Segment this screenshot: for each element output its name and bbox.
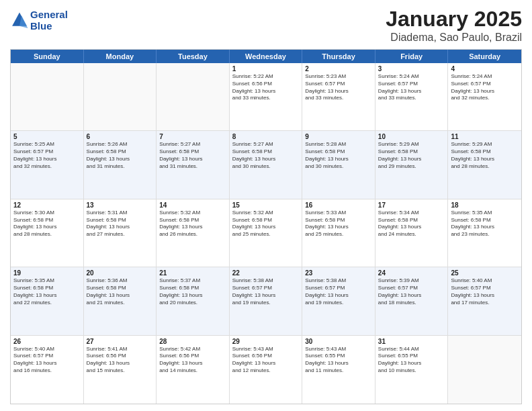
day-cell-empty [448,336,521,404]
day-cell-2: 2Sunrise: 5:23 AM Sunset: 6:57 PM Daylig… [302,63,375,130]
day-info: Sunrise: 5:42 AM Sunset: 6:56 PM Dayligh… [159,346,226,375]
day-cell-18: 18Sunrise: 5:35 AM Sunset: 6:58 PM Dayli… [448,199,521,267]
day-info: Sunrise: 5:40 AM Sunset: 6:57 PM Dayligh… [13,346,81,375]
day-number: 9 [305,133,372,140]
day-number: 18 [451,201,519,209]
day-number: 28 [159,338,226,345]
calendar-row: 5Sunrise: 5:25 AM Sunset: 6:57 PM Daylig… [11,131,521,199]
title-block: January 2025 Diadema, Sao Paulo, Brazil [386,7,522,44]
day-cell-3: 3Sunrise: 5:24 AM Sunset: 6:57 PM Daylig… [375,63,449,130]
day-number: 27 [87,338,154,345]
day-number: 26 [13,338,81,345]
day-cell-15: 15Sunrise: 5:32 AM Sunset: 6:58 PM Dayli… [230,199,303,267]
logo-icon [10,11,29,30]
weekday-header-monday: Monday [84,50,157,63]
day-cell-21: 21Sunrise: 5:37 AM Sunset: 6:58 PM Dayli… [157,267,230,334]
calendar-body: 1Sunrise: 5:22 AM Sunset: 6:56 PM Daylig… [11,63,521,404]
day-cell-31: 31Sunrise: 5:44 AM Sunset: 6:55 PM Dayli… [375,336,449,404]
day-number: 14 [159,201,226,209]
day-number: 6 [87,133,154,140]
day-number: 1 [232,65,300,73]
day-info: Sunrise: 5:32 AM Sunset: 6:58 PM Dayligh… [232,210,300,238]
day-info: Sunrise: 5:24 AM Sunset: 6:57 PM Dayligh… [378,73,445,102]
day-info: Sunrise: 5:38 AM Sunset: 6:57 PM Dayligh… [305,277,372,306]
day-number: 10 [378,133,445,140]
day-cell-7: 7Sunrise: 5:27 AM Sunset: 6:58 PM Daylig… [157,131,230,198]
day-number: 22 [232,269,300,277]
day-info: Sunrise: 5:40 AM Sunset: 6:57 PM Dayligh… [451,277,519,306]
day-number: 15 [232,201,300,209]
day-cell-23: 23Sunrise: 5:38 AM Sunset: 6:57 PM Dayli… [302,267,375,334]
day-cell-1: 1Sunrise: 5:22 AM Sunset: 6:56 PM Daylig… [230,63,303,130]
day-info: Sunrise: 5:34 AM Sunset: 6:58 PM Dayligh… [378,210,445,238]
weekday-header-saturday: Saturday [448,50,521,63]
day-cell-29: 29Sunrise: 5:43 AM Sunset: 6:56 PM Dayli… [230,336,303,404]
day-cell-27: 27Sunrise: 5:41 AM Sunset: 6:56 PM Dayli… [84,336,157,404]
header: General Blue January 2025 Diadema, Sao P… [10,7,522,44]
day-cell-20: 20Sunrise: 5:36 AM Sunset: 6:58 PM Dayli… [84,267,157,334]
day-cell-28: 28Sunrise: 5:42 AM Sunset: 6:56 PM Dayli… [157,336,230,404]
day-cell-10: 10Sunrise: 5:29 AM Sunset: 6:58 PM Dayli… [375,131,449,198]
calendar-row: 19Sunrise: 5:35 AM Sunset: 6:58 PM Dayli… [11,267,521,335]
day-cell-30: 30Sunrise: 5:43 AM Sunset: 6:55 PM Dayli… [302,336,375,404]
day-info: Sunrise: 5:31 AM Sunset: 6:58 PM Dayligh… [87,210,154,238]
day-number: 31 [378,338,445,345]
day-number: 12 [13,201,81,209]
day-cell-24: 24Sunrise: 5:39 AM Sunset: 6:57 PM Dayli… [375,267,449,334]
page: General Blue January 2025 Diadema, Sao P… [0,0,532,411]
day-info: Sunrise: 5:27 AM Sunset: 6:58 PM Dayligh… [159,141,226,170]
day-info: Sunrise: 5:35 AM Sunset: 6:58 PM Dayligh… [451,210,519,238]
day-info: Sunrise: 5:37 AM Sunset: 6:58 PM Dayligh… [159,277,226,306]
day-cell-5: 5Sunrise: 5:25 AM Sunset: 6:57 PM Daylig… [11,131,84,198]
calendar-row: 26Sunrise: 5:40 AM Sunset: 6:57 PM Dayli… [11,336,521,404]
day-info: Sunrise: 5:43 AM Sunset: 6:56 PM Dayligh… [232,346,300,375]
day-info: Sunrise: 5:22 AM Sunset: 6:56 PM Dayligh… [232,73,300,102]
day-info: Sunrise: 5:39 AM Sunset: 6:57 PM Dayligh… [378,277,445,306]
day-number: 25 [451,269,519,277]
day-number: 19 [13,269,81,277]
logo-text: General Blue [30,9,68,32]
day-number: 11 [451,133,519,140]
day-number: 23 [305,269,372,277]
logo: General Blue [10,9,68,32]
day-cell-empty [157,63,230,130]
day-number: 2 [305,65,372,73]
day-cell-11: 11Sunrise: 5:29 AM Sunset: 6:58 PM Dayli… [448,131,521,198]
day-number: 29 [232,338,300,345]
day-info: Sunrise: 5:29 AM Sunset: 6:58 PM Dayligh… [378,141,445,170]
day-number: 3 [378,65,445,73]
day-cell-empty [84,63,157,130]
day-number: 5 [13,133,81,140]
day-cell-14: 14Sunrise: 5:32 AM Sunset: 6:58 PM Dayli… [157,199,230,267]
day-number: 8 [232,133,300,140]
weekday-header-tuesday: Tuesday [157,50,230,63]
day-cell-17: 17Sunrise: 5:34 AM Sunset: 6:58 PM Dayli… [375,199,449,267]
day-info: Sunrise: 5:30 AM Sunset: 6:58 PM Dayligh… [13,210,81,238]
day-number: 17 [378,201,445,209]
subtitle: Diadema, Sao Paulo, Brazil [386,32,522,44]
day-cell-19: 19Sunrise: 5:35 AM Sunset: 6:58 PM Dayli… [11,267,84,334]
day-cell-16: 16Sunrise: 5:33 AM Sunset: 6:58 PM Dayli… [302,199,375,267]
day-info: Sunrise: 5:32 AM Sunset: 6:58 PM Dayligh… [159,210,226,238]
day-cell-4: 4Sunrise: 5:24 AM Sunset: 6:57 PM Daylig… [448,63,521,130]
day-number: 24 [378,269,445,277]
day-info: Sunrise: 5:24 AM Sunset: 6:57 PM Dayligh… [451,73,519,102]
day-info: Sunrise: 5:36 AM Sunset: 6:58 PM Dayligh… [87,277,154,306]
day-number: 21 [159,269,226,277]
weekday-header-wednesday: Wednesday [230,50,303,63]
day-cell-22: 22Sunrise: 5:38 AM Sunset: 6:57 PM Dayli… [230,267,303,334]
day-info: Sunrise: 5:44 AM Sunset: 6:55 PM Dayligh… [378,346,445,375]
day-cell-6: 6Sunrise: 5:26 AM Sunset: 6:58 PM Daylig… [84,131,157,198]
day-info: Sunrise: 5:29 AM Sunset: 6:58 PM Dayligh… [451,141,519,170]
day-info: Sunrise: 5:28 AM Sunset: 6:58 PM Dayligh… [305,141,372,170]
day-info: Sunrise: 5:33 AM Sunset: 6:58 PM Dayligh… [305,210,372,238]
day-number: 20 [87,269,154,277]
calendar-row: 12Sunrise: 5:30 AM Sunset: 6:58 PM Dayli… [11,199,521,267]
day-number: 30 [305,338,372,345]
day-number: 4 [451,65,519,73]
day-cell-9: 9Sunrise: 5:28 AM Sunset: 6:58 PM Daylig… [302,131,375,198]
day-cell-empty [11,63,84,130]
main-title: January 2025 [386,7,522,32]
day-info: Sunrise: 5:23 AM Sunset: 6:57 PM Dayligh… [305,73,372,102]
day-cell-13: 13Sunrise: 5:31 AM Sunset: 6:58 PM Dayli… [84,199,157,267]
